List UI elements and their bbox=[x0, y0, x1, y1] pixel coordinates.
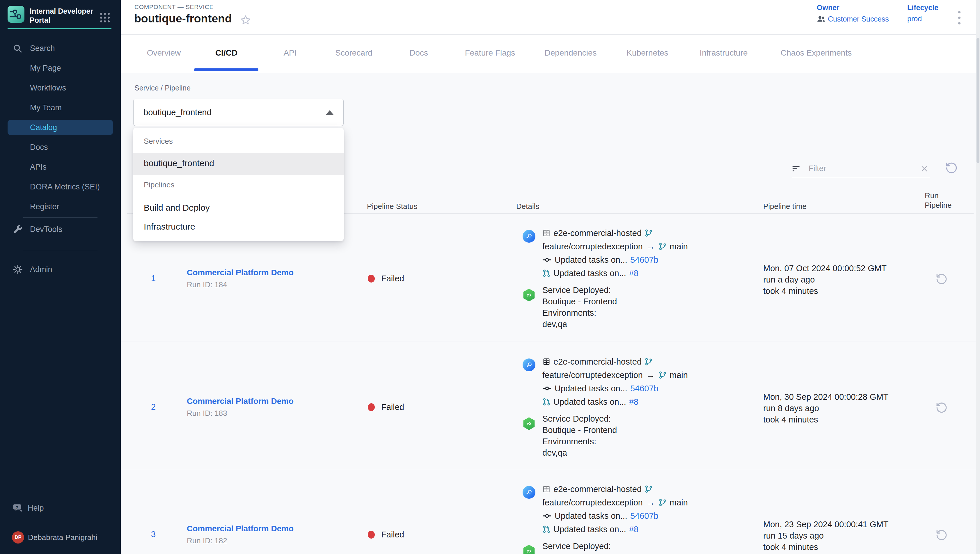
pipeline-name-link[interactable]: Commercial Platform Demo bbox=[187, 396, 294, 406]
sidebar-item-help[interactable]: ? Help bbox=[0, 498, 121, 518]
time-absolute: Mon, 23 Sep 2024 00:00:41 GMT bbox=[763, 519, 888, 530]
service-pipeline-dropdown: Services boutique_frontend Pipelines Bui… bbox=[133, 128, 344, 241]
tab-infrastructure[interactable]: Infrastructure bbox=[700, 35, 748, 71]
time-duration: took 4 minutes bbox=[763, 541, 888, 553]
repo-name[interactable]: e2e-commercial-hosted bbox=[554, 228, 641, 238]
status-dot-failed bbox=[368, 403, 375, 411]
tab-chaos-experiments[interactable]: Chaos Experiments bbox=[781, 35, 852, 71]
rerun-pipeline-button[interactable] bbox=[935, 529, 948, 542]
repo-name[interactable]: e2e-commercial-hosted bbox=[554, 484, 641, 494]
commit-link[interactable]: 54607b bbox=[630, 384, 659, 393]
sidebar-item-dora-metrics[interactable]: DORA Metrics (SEI) bbox=[0, 177, 121, 197]
commit-message: Updated tasks on... bbox=[555, 255, 627, 265]
time-relative: run a day ago bbox=[763, 274, 886, 285]
sidebar-item-docs[interactable]: Docs bbox=[0, 137, 121, 157]
app-grid-icon[interactable] bbox=[100, 13, 110, 22]
refresh-icon[interactable] bbox=[945, 161, 958, 175]
time-duration: took 4 minutes bbox=[763, 285, 886, 297]
pr-message: Updated tasks on... bbox=[554, 525, 626, 534]
select-value: boutique_frontend bbox=[143, 108, 212, 117]
tab-feature-flags[interactable]: Feature Flags bbox=[465, 35, 515, 71]
tab-dependencies[interactable]: Dependencies bbox=[544, 35, 597, 71]
tab-scorecard[interactable]: Scorecard bbox=[335, 35, 372, 71]
sidebar-item-devtools[interactable]: DevTools bbox=[0, 220, 121, 239]
tab-api[interactable]: API bbox=[283, 35, 296, 71]
commit-icon bbox=[542, 255, 552, 264]
filter-input[interactable] bbox=[809, 164, 919, 173]
pr-link[interactable]: #8 bbox=[629, 525, 638, 534]
target-branch[interactable]: main bbox=[670, 370, 688, 380]
lifecycle-value: prod bbox=[907, 14, 922, 23]
clear-filter-icon[interactable] bbox=[919, 165, 930, 173]
owner-link[interactable]: Customer Success bbox=[828, 15, 889, 23]
target-branch[interactable]: main bbox=[670, 242, 688, 252]
source-branch[interactable]: feature/corruptedexception bbox=[542, 242, 643, 252]
tab-docs[interactable]: Docs bbox=[409, 35, 428, 71]
breadcrumb: COMPONENT — SERVICE bbox=[134, 3, 213, 11]
sidebar-item-my-team[interactable]: My Team bbox=[0, 98, 121, 118]
git-branch-icon bbox=[659, 242, 667, 250]
favorite-star-icon[interactable] bbox=[240, 14, 251, 27]
pipeline-name-link[interactable]: Commercial Platform Demo bbox=[187, 524, 294, 533]
row-index: 2 bbox=[147, 402, 160, 412]
rerun-pipeline-button[interactable] bbox=[935, 401, 948, 414]
sidebar-item-register[interactable]: Register bbox=[0, 197, 121, 217]
sidebar-item-apis[interactable]: APIs bbox=[0, 157, 121, 177]
rerun-pipeline-button[interactable] bbox=[935, 272, 948, 286]
option-build-and-deploy[interactable]: Build and Deploy bbox=[144, 203, 210, 213]
service-pipeline-select[interactable]: boutique_frontend bbox=[133, 99, 344, 126]
target-branch[interactable]: main bbox=[670, 498, 688, 508]
commit-link[interactable]: 54607b bbox=[630, 255, 659, 265]
page-scrollbar[interactable] bbox=[976, 0, 980, 554]
time-absolute: Mon, 30 Sep 2024 00:00:28 GMT bbox=[763, 392, 888, 403]
option-infrastructure[interactable]: Infrastructure bbox=[144, 222, 195, 232]
pr-link[interactable]: #8 bbox=[629, 397, 638, 407]
sidebar-item-admin[interactable]: Admin bbox=[0, 259, 121, 279]
source-branch[interactable]: feature/corruptedexception bbox=[542, 370, 643, 380]
repo-name[interactable]: e2e-commercial-hosted bbox=[554, 357, 641, 367]
col-header-pipeline-time: Pipeline time bbox=[763, 202, 807, 211]
avatar: DP bbox=[12, 531, 24, 543]
more-menu-icon[interactable] bbox=[956, 9, 962, 26]
sidebar-item-search[interactable]: Search bbox=[0, 38, 121, 58]
service-pipeline-label: Service / Pipeline bbox=[134, 84, 191, 92]
sidebar-item-catalog[interactable]: Catalog bbox=[0, 118, 121, 137]
tab-kubernetes[interactable]: Kubernetes bbox=[627, 35, 668, 71]
arrow-right-icon: → bbox=[646, 242, 655, 252]
git-branch-icon bbox=[644, 358, 653, 366]
sidebar-item-workflows[interactable]: Workflows bbox=[0, 78, 121, 98]
commit-message: Updated tasks on... bbox=[555, 511, 627, 521]
sidebar-divider bbox=[23, 250, 97, 250]
sidebar-nav: Search My Page Workflows My Team Catalog… bbox=[0, 38, 121, 217]
ci-stage-icon bbox=[523, 230, 535, 243]
arrow-right-icon: → bbox=[646, 498, 655, 508]
tab-overview[interactable]: Overview bbox=[147, 35, 181, 71]
pipeline-name-link[interactable]: Commercial Platform Demo bbox=[187, 268, 294, 277]
owner-value[interactable]: Customer Success bbox=[817, 14, 889, 23]
sidebar-item-label: Help bbox=[28, 504, 44, 513]
brand[interactable]: Internal Developer Portal bbox=[8, 6, 103, 24]
pr-link[interactable]: #8 bbox=[629, 269, 638, 278]
cd-stage-icon bbox=[523, 289, 535, 301]
source-branch[interactable]: feature/corruptedexception bbox=[542, 498, 643, 508]
caret-up-icon bbox=[326, 110, 334, 115]
dropdown-group-pipelines: Pipelines bbox=[144, 180, 175, 189]
scrollbar-thumb[interactable] bbox=[977, 38, 979, 163]
people-icon bbox=[817, 14, 826, 23]
user-menu[interactable]: DP Debabrata Panigrahi bbox=[0, 529, 121, 546]
owner-meta: Owner Customer Success bbox=[817, 3, 889, 23]
sidebar-item-my-page[interactable]: My Page bbox=[0, 58, 121, 78]
pull-request-icon bbox=[542, 525, 550, 533]
option-boutique-frontend[interactable]: boutique_frontend bbox=[144, 158, 214, 168]
commit-link[interactable]: 54607b bbox=[630, 511, 659, 521]
git-branch-icon bbox=[644, 485, 653, 493]
tab-cicd[interactable]: CI/CD bbox=[215, 35, 237, 71]
ci-stage-icon bbox=[523, 486, 535, 499]
env-value: dev,qa bbox=[542, 447, 828, 458]
pr-message: Updated tasks on... bbox=[554, 269, 626, 278]
time-absolute: Mon, 07 Oct 2024 00:00:52 GMT bbox=[763, 263, 886, 274]
sidebar-item-label: Register bbox=[30, 202, 59, 211]
pipeline-time: Mon, 30 Sep 2024 00:00:28 GMT run 8 days… bbox=[763, 392, 888, 425]
deploy-service: Boutique - Frontend bbox=[542, 425, 828, 436]
row-index: 1 bbox=[147, 274, 160, 283]
